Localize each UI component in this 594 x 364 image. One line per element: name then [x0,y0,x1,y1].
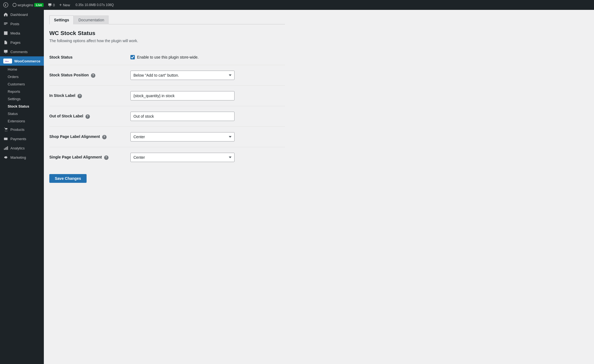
sidebar-item-label: Analytics [10,146,25,150]
sidebar-item-label: Media [10,31,20,35]
admin-bar-comments[interactable]: 0 [48,3,55,7]
svg-rect-12 [4,138,8,139]
tab-settings[interactable]: Settings [49,15,74,24]
out-of-stock-label-input[interactable] [130,112,235,121]
sidebar-item-label: Pages [10,41,21,45]
sidebar-woocommerce[interactable]: Woo WooCommerce [0,56,44,66]
svg-rect-6 [6,33,7,35]
setting-label-out-of-stock: Out of Stock Label ? [49,106,126,127]
stock-status-checkbox[interactable] [130,55,135,59]
help-icon-stock-position[interactable]: ? [91,73,95,78]
svg-rect-0 [4,22,8,23]
sidebar-item-label: Marketing [10,155,26,160]
in-stock-label-input[interactable] [130,91,235,100]
setting-input-stock-position: Below "Add to cart" button. Above "Add t… [126,65,285,86]
dashboard-icon [3,12,8,17]
sidebar-sub-reports[interactable]: Reports [0,88,44,95]
tab-documentation[interactable]: Documentation [74,15,109,24]
svg-point-10 [7,131,7,131]
svg-text:Woo: Woo [5,60,9,62]
setting-row-single-alignment: Single Page Label Alignment ? Left Cente… [49,147,285,168]
admin-bar-new[interactable]: + New [59,2,70,7]
sidebar-sub-stock-status[interactable]: Stock Status [0,103,44,110]
new-label: New [63,3,70,7]
live-badge: Live [34,3,44,7]
sidebar-item-label: Dashboard [10,13,28,17]
single-alignment-select[interactable]: Left Center Right [130,153,235,162]
sidebar-item-posts[interactable]: Posts [0,19,44,28]
setting-label-stock-position: Stock Status Position ? [49,65,126,86]
help-icon-in-stock[interactable]: ? [78,94,82,98]
main-content: Settings Documentation WC Stock Status T… [44,10,594,364]
woo-submenu: Home Orders Customers Reports Settings S… [0,66,44,125]
comments-count: 0 [53,3,55,7]
perf-stats: 0.35s 10.8MB 0.07s 108Q [76,3,114,7]
admin-bar: wcplugins Live 0 + New 0.35s 10.8MB 0.07… [0,0,594,10]
woocommerce-label: WooCommerce [14,59,40,63]
wp-logo[interactable] [3,2,8,7]
svg-rect-5 [4,33,6,35]
setting-input-single-alignment: Left Center Right [126,147,285,168]
sidebar-item-media[interactable]: Media [0,28,44,38]
sidebar-sub-extensions[interactable]: Extensions [0,117,44,125]
setting-label-in-stock: In Stock Label ? [49,86,126,106]
sidebar-item-label: Payments [10,137,26,141]
pages-icon [3,40,8,45]
setting-input-stock-status: Enable to use this plugin store-wide. [126,50,285,65]
tabs: Settings Documentation [49,15,285,24]
page-description: The following options affect how the plu… [49,39,285,43]
stock-status-checkbox-label[interactable]: Enable to use this plugin store-wide. [137,55,199,59]
media-icon [3,31,8,36]
sidebar-sub-orders[interactable]: Orders [0,73,44,80]
sidebar: Dashboard Posts Media Pages [0,10,44,364]
sidebar-item-products[interactable]: Products [0,125,44,134]
setting-label-single-alignment: Single Page Label Alignment ? [49,147,126,168]
page-title: WC Stock Status [49,30,285,36]
sidebar-item-label: Comments [10,50,28,54]
setting-input-out-of-stock [126,106,285,127]
payments-icon [3,136,8,141]
settings-table: Stock Status Enable to use this plugin s… [49,50,285,167]
svg-rect-2 [4,24,6,25]
shop-alignment-select[interactable]: Left Center Right [130,132,235,141]
sidebar-item-label: Posts [10,22,19,26]
setting-row-stock-status: Stock Status Enable to use this plugin s… [49,50,285,65]
marketing-icon [3,155,8,160]
setting-label-shop-alignment: Shop Page Label Alignment ? [49,127,126,147]
setting-row-in-stock-label: In Stock Label ? [49,86,285,106]
admin-bar-site[interactable]: wcplugins Live [13,3,44,7]
setting-label-stock-status: Stock Status [49,50,126,65]
help-icon-shop-alignment[interactable]: ? [102,135,107,139]
help-icon-out-of-stock[interactable]: ? [85,114,90,119]
save-changes-button[interactable]: Save Changes [49,174,87,183]
analytics-icon [3,146,8,151]
posts-icon [3,21,8,26]
products-icon [3,127,8,132]
sidebar-item-pages[interactable]: Pages [0,38,44,47]
comments-icon [3,49,8,54]
svg-rect-15 [6,147,7,150]
sidebar-sub-status[interactable]: Status [0,110,44,117]
sidebar-item-marketing[interactable]: Marketing [0,153,44,162]
sidebar-sub-customers[interactable]: Customers [0,80,44,88]
setting-row-out-of-stock-label: Out of Stock Label ? [49,106,285,127]
setting-row-stock-position: Stock Status Position ? Below "Add to ca… [49,65,285,86]
sidebar-item-label: Products [10,128,24,132]
setting-row-shop-alignment: Shop Page Label Alignment ? Left Center … [49,127,285,147]
setting-input-in-stock [126,86,285,106]
woo-badge: Woo [3,59,12,63]
sidebar-sub-settings[interactable]: Settings [0,95,44,103]
sidebar-item-comments[interactable]: Comments [0,47,44,56]
sidebar-item-dashboard[interactable]: Dashboard [0,10,44,19]
help-icon-single-alignment[interactable]: ? [104,155,108,160]
sidebar-item-analytics[interactable]: Analytics [0,143,44,153]
sidebar-item-payments[interactable]: Payments [0,134,44,143]
svg-rect-13 [4,149,5,150]
svg-rect-4 [6,31,7,33]
stock-position-select[interactable]: Below "Add to cart" button. Above "Add t… [130,71,235,80]
svg-rect-16 [7,146,8,150]
svg-rect-1 [4,23,8,24]
setting-input-shop-alignment: Left Center Right [126,127,285,147]
sidebar-sub-home[interactable]: Home [0,66,44,73]
svg-rect-14 [5,148,6,150]
